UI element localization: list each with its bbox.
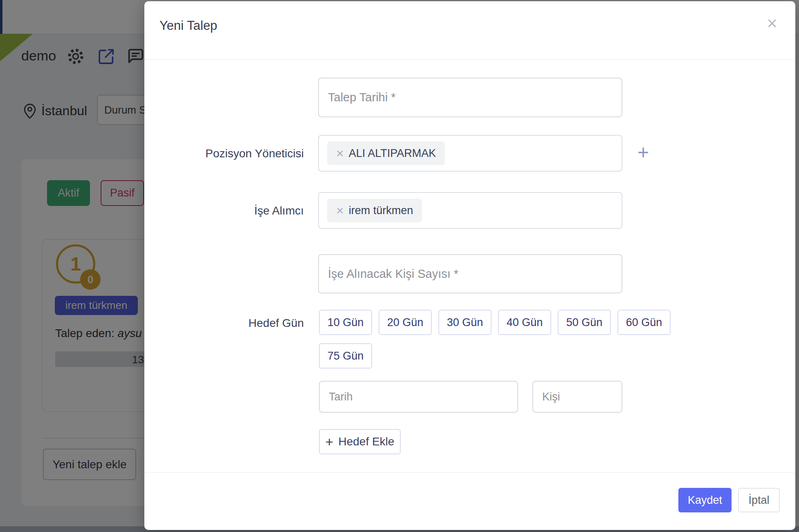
talep-tarihi-input[interactable]	[318, 78, 622, 117]
modal-footer: Kaydet İptal	[144, 472, 795, 530]
add-manager-plus-icon[interactable]: +	[634, 144, 653, 163]
recruiter-tag: × irem türkmen	[327, 199, 422, 222]
day-button-40[interactable]: 40 Gün	[498, 310, 551, 335]
close-icon[interactable]: ×	[767, 14, 777, 32]
remove-tag-icon[interactable]: ×	[336, 204, 344, 217]
day-button-75[interactable]: 75 Gün	[319, 343, 372, 369]
manager-tag: × ALI ALTIPARMAK	[327, 141, 445, 165]
hedef-ekle-button[interactable]: + Hedef Ekle	[319, 429, 401, 454]
day-button-20[interactable]: 20 Gün	[379, 310, 432, 335]
plus-icon: +	[325, 434, 334, 450]
remove-tag-icon[interactable]: ×	[336, 147, 344, 160]
pozisyon-yoneticisi-field[interactable]: × ALI ALTIPARMAK	[318, 135, 622, 172]
pozisyon-yoneticisi-label: Pozisyon Yöneticisi	[144, 147, 304, 160]
hedef-gun-label: Hedef Gün	[144, 317, 304, 330]
modal-title: Yeni Talep	[159, 18, 217, 33]
hedef-ekle-label: Hedef Ekle	[338, 435, 394, 448]
ise-alimci-label: İşe Alımcı	[144, 204, 304, 217]
kisi-input[interactable]	[532, 381, 622, 413]
save-button[interactable]: Kaydet	[678, 488, 732, 512]
manager-tag-label: ALI ALTIPARMAK	[349, 147, 436, 160]
kisi-sayisi-input[interactable]	[318, 254, 622, 293]
new-request-modal: Yeni Talep × Pozisyon Yöneticisi × ALI A…	[144, 1, 795, 530]
modal-header: Yeni Talep ×	[144, 1, 795, 60]
ise-alimci-field[interactable]: × irem türkmen	[318, 192, 622, 229]
day-button-50[interactable]: 50 Gün	[558, 310, 611, 335]
day-button-60[interactable]: 60 Gün	[617, 310, 671, 335]
day-button-10[interactable]: 10 Gün	[319, 310, 372, 335]
recruiter-tag-label: irem türkmen	[349, 204, 413, 217]
day-button-30[interactable]: 30 Gün	[438, 310, 492, 335]
cancel-button[interactable]: İptal	[738, 488, 780, 512]
tarih-input[interactable]	[319, 381, 518, 413]
